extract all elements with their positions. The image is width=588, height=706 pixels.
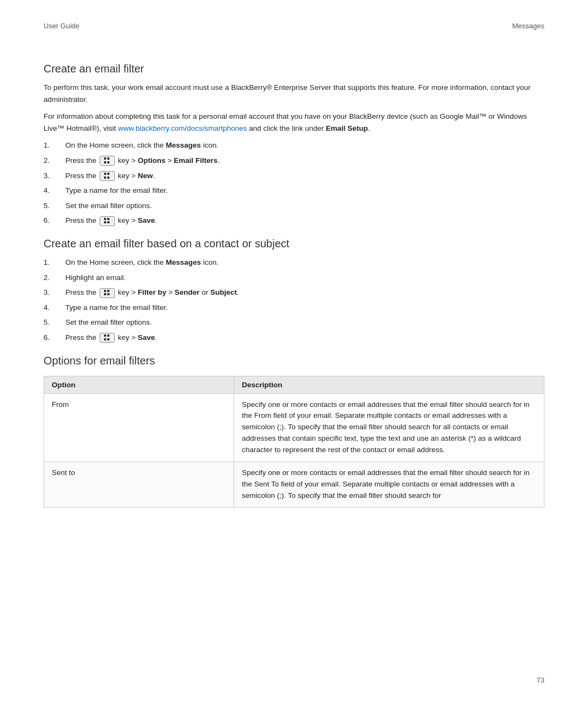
list-item: 2. Highlight an email. — [44, 272, 544, 284]
header-left: User Guide — [44, 22, 79, 30]
list-item: 4. Type a name for the email filter. — [44, 302, 544, 314]
intro-text-1: To perform this task, your work email ac… — [44, 82, 544, 105]
header-right: Messages — [512, 22, 544, 30]
menu-key-icon — [100, 333, 115, 343]
table-header-option: Option — [44, 376, 234, 393]
page-number: 73 — [537, 676, 544, 684]
list-item: 3. Press the key > Filter by > Sender or… — [44, 287, 544, 299]
table-cell-option: From — [44, 393, 234, 462]
table-header-row: Option Description — [44, 376, 544, 393]
table-header-description: Description — [234, 376, 544, 393]
steps-list-2: 1. On the Home screen, click the Message… — [44, 257, 544, 344]
menu-key-icon — [100, 156, 115, 166]
page-container: User Guide Messages Create an email filt… — [0, 0, 588, 706]
section-options-email-filters: Options for email filters Option Descrip… — [44, 355, 544, 508]
section-create-email-filter: Create an email filter To perform this t… — [44, 63, 544, 227]
table-cell-description: Specify one or more contacts or email ad… — [234, 462, 544, 508]
section-title-3: Options for email filters — [44, 355, 544, 367]
list-item: 4. Type a name for the email filter. — [44, 185, 544, 197]
table-row: From Specify one or more contacts or ema… — [44, 393, 544, 462]
list-item: 5. Set the email filter options. — [44, 317, 544, 328]
menu-key-icon — [100, 171, 115, 181]
section-create-filter-contact: Create an email filter based on a contac… — [44, 238, 544, 344]
list-item: 1. On the Home screen, click the Message… — [44, 257, 544, 269]
list-item: 2. Press the key > Options > Email Filte… — [44, 155, 544, 167]
table-cell-description: Specify one or more contacts or email ad… — [234, 393, 544, 462]
intro-text-2: For information about completing this ta… — [44, 111, 544, 134]
section-title-1: Create an email filter — [44, 63, 544, 75]
menu-key-icon — [100, 288, 115, 298]
list-item: 6. Press the key > Save. — [44, 215, 544, 227]
blackberry-link[interactable]: www.blackberry.com/docs/smartphones — [118, 124, 247, 132]
table-row: Sent to Specify one or more contacts or … — [44, 462, 544, 508]
options-table: Option Description From Specify one or m… — [44, 376, 544, 508]
list-item: 1. On the Home screen, click the Message… — [44, 139, 544, 151]
steps-list-1: 1. On the Home screen, click the Message… — [44, 139, 544, 227]
list-item: 5. Set the email filter options. — [44, 200, 544, 212]
section-title-2: Create an email filter based on a contac… — [44, 238, 544, 250]
page-header: User Guide Messages — [44, 22, 544, 30]
table-cell-option: Sent to — [44, 462, 234, 508]
menu-key-icon — [100, 216, 115, 226]
list-item: 3. Press the key > New. — [44, 170, 544, 182]
list-item: 6. Press the key > Save. — [44, 332, 544, 344]
